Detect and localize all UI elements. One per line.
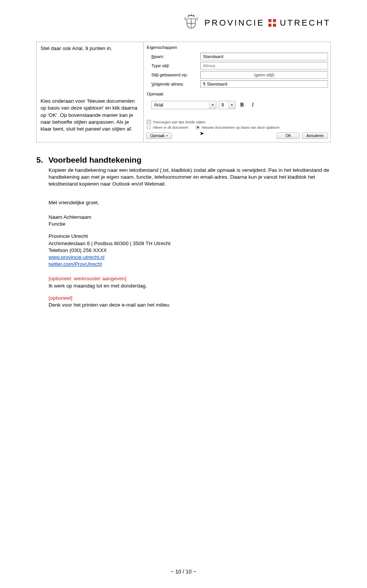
section-number: 5. — [36, 155, 43, 165]
dialog-group-format: Opmaak — [146, 90, 328, 99]
document-page: PROVINCIE UTRECHT Stel daar ook Arial, 9… — [0, 0, 367, 588]
sig-org: Provincie Utrecht — [49, 233, 331, 240]
signature-block: Met vriendelijke groet, Naam Achternaam … — [49, 199, 331, 309]
chevron-down-icon: ▾ — [166, 134, 168, 137]
section-body: Kopieer de handtekening naar een tekstbe… — [49, 167, 331, 188]
instruction-p1: Stel daar ook Arial, 9 punten in. — [41, 45, 140, 52]
sig-phone: Telefoon (030) 258 XXXX — [49, 247, 331, 254]
sig-website-link[interactable]: www.provincie-utrecht.nl — [49, 254, 104, 260]
sig-address: Archimedeslaan 6 | Postbus 80300 | 3508 … — [49, 240, 331, 247]
label-next-paragraph: Volgende alinea: — [151, 81, 197, 87]
format-button[interactable]: Opmaak▾ — [146, 132, 172, 139]
label-quick-styles: Toevoegen aan lijst Snelle stijlen — [153, 120, 205, 124]
cursor-icon: ➤ — [200, 130, 204, 136]
svg-point-2 — [193, 15, 194, 16]
instruction-cell: Stel daar ook Arial, 9 punten in. Kies o… — [37, 42, 144, 142]
ok-button[interactable]: OK — [277, 132, 300, 139]
label-based-on: Stijl gebaseerd op: — [151, 72, 197, 78]
sig-optional-2-text: Denk voor het printen van deze e-mail aa… — [49, 302, 331, 309]
brand-word-2: UTRECHT — [280, 18, 331, 28]
chevron-down-icon[interactable]: ▼ — [228, 101, 235, 109]
sig-name: Naam Achternaam — [49, 214, 331, 221]
dialog-group-properties: Eigenschappen — [146, 44, 328, 52]
section-5: 5. Voorbeeld handtekening Kopieer de han… — [36, 155, 331, 188]
sig-greeting: Met vriendelijke groet, — [49, 199, 331, 206]
radio-this-document[interactable] — [147, 126, 151, 129]
checkbox-quick-styles[interactable]: ✓ — [147, 120, 151, 124]
font-size-combo[interactable]: 9 ▼ — [219, 101, 235, 109]
font-name-combo[interactable]: Arial ▼ — [151, 101, 216, 109]
section-title: Voorbeeld handtekening — [49, 155, 141, 165]
instruction-row: Stel daar ook Arial, 9 punten in. Kies o… — [36, 42, 331, 142]
label-name: Naam: — [151, 53, 197, 60]
brand-word-1: PROVINCIE — [205, 18, 265, 28]
dialog-screenshot: Eigenschappen Naam: Standaard Type stijl… — [144, 42, 330, 142]
sig-optional-1-label: [optioneel: werkrooster aangeven] — [49, 275, 331, 282]
label-type: Type stijl: — [151, 63, 197, 69]
section-heading: 5. Voorbeeld handtekening — [36, 155, 331, 165]
radio-new-documents[interactable] — [196, 126, 200, 129]
field-name[interactable]: Standaard — [200, 53, 328, 60]
page-footer: ~ 10 / 10 ~ — [0, 569, 367, 575]
sig-optional-1-text: Ik werk op maandag tot en met donderdag. — [49, 283, 331, 289]
italic-button[interactable]: I — [248, 101, 257, 109]
sig-optional-2-label: [optioneel] — [49, 295, 331, 302]
label-this-document: Alleen in dit document — [153, 125, 188, 129]
sig-twitter-link[interactable]: twitter.com/ProvUtrecht — [49, 261, 102, 267]
page-header: PROVINCIE UTRECHT — [36, 0, 331, 30]
field-type[interactable]: Alinea — [200, 62, 328, 69]
sig-function: Functie — [49, 221, 331, 228]
coat-of-arms-icon — [182, 13, 200, 30]
chevron-down-icon[interactable]: ▼ — [209, 101, 216, 109]
svg-point-0 — [188, 15, 189, 16]
field-based-on[interactable]: (geen stijl) — [200, 71, 328, 79]
label-new-documents: Nieuwe documenten op basis van deze sjab… — [201, 125, 279, 129]
cancel-button[interactable]: Annuleren — [302, 132, 328, 139]
brand-dots-icon — [268, 19, 276, 27]
brand-wordmark: PROVINCIE UTRECHT — [205, 18, 331, 28]
svg-point-1 — [191, 15, 192, 15]
instruction-p2: Kies onderaan voor 'Nieuwe documenten op… — [41, 98, 140, 132]
bold-button[interactable]: B — [238, 101, 246, 109]
pilcrow-icon: ¶ — [203, 82, 205, 86]
field-next-paragraph[interactable]: ¶ Standaard — [200, 80, 328, 88]
